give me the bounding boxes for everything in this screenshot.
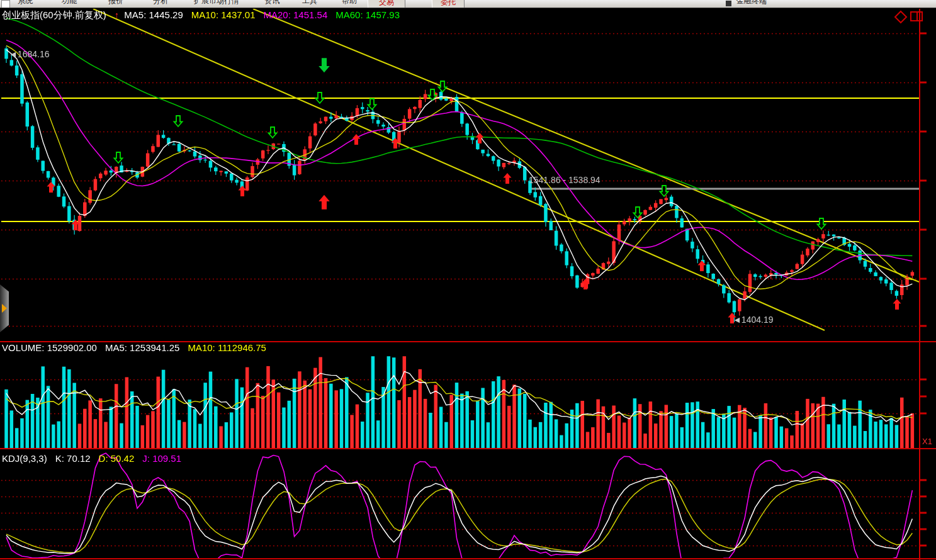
ma20-value: MA20: 1451.54 bbox=[264, 9, 328, 20]
main-chart-header: 创业板指(60分钟.前复权)↑MA5: 1445.29MA10: 1437.01… bbox=[2, 9, 408, 21]
menu-item-0[interactable]: 系统 bbox=[18, 0, 33, 6]
menu-bar: 系统功能报价分析扩展市场行情资讯工具帮助交易委托金融终端 bbox=[0, 0, 936, 8]
menu-item-6[interactable]: 工具 bbox=[302, 0, 317, 6]
ma60-value: MA60: 1457.93 bbox=[335, 9, 400, 20]
low-price-marker: ◄1404.19 bbox=[733, 315, 773, 325]
range-measure-label: 1541.86 - 1538.94 bbox=[529, 175, 601, 185]
side-panel-expand-handle[interactable] bbox=[0, 284, 9, 332]
x-scale-button[interactable]: X1 bbox=[922, 437, 932, 446]
menu-item-3[interactable]: 分析 bbox=[153, 0, 168, 6]
volume-ma5-value: MA5: 1253941.25 bbox=[105, 342, 179, 353]
toolbar-right-icon[interactable] bbox=[726, 1, 731, 6]
expand-arrow-icon bbox=[2, 304, 7, 313]
menu-red-button-1[interactable]: 委托 bbox=[432, 0, 465, 8]
ma10-value: MA10: 1437.01 bbox=[191, 9, 256, 20]
volume-ma10-value: MA10: 1112946.75 bbox=[188, 342, 266, 353]
ma5-value: MA5: 1445.29 bbox=[124, 9, 183, 20]
menu-item-2[interactable]: 报价 bbox=[108, 0, 123, 6]
volume-header: VOLUME: 1529902.00MA5: 1253941.25MA10: 1… bbox=[2, 342, 274, 353]
volume-value: VOLUME: 1529902.00 bbox=[2, 342, 97, 353]
price-chart-canvas[interactable] bbox=[0, 0, 936, 560]
trading-app-window: { "window": { "menubar": { "items": ["系统… bbox=[0, 0, 936, 560]
kdj-j-value: J: 109.51 bbox=[142, 453, 181, 464]
toolbar-right-text[interactable]: 金融终端 bbox=[736, 0, 767, 6]
menu-item-1[interactable]: 功能 bbox=[62, 0, 77, 6]
trend-up-arrow-icon: ↑ bbox=[115, 9, 120, 20]
symbol-title: 创业板指(60分钟.前复权) bbox=[2, 9, 106, 20]
menu-item-4[interactable]: 扩展市场行情 bbox=[194, 0, 239, 6]
kdj-name: KDJ(9,3,3) bbox=[2, 453, 47, 464]
high-price-marker: ◄1684.16 bbox=[9, 49, 49, 59]
menu-item-5[interactable]: 资讯 bbox=[264, 0, 279, 6]
menu-red-button-0[interactable]: 交易 bbox=[368, 0, 405, 8]
kdj-header: KDJ(9,3,3)K: 70.12D: 50.42J: 109.51 bbox=[2, 453, 189, 464]
app-icon bbox=[1, 0, 10, 8]
kdj-d-value: D: 50.42 bbox=[99, 453, 135, 464]
kdj-k-value: K: 70.12 bbox=[55, 453, 91, 464]
menu-item-7[interactable]: 帮助 bbox=[342, 0, 357, 6]
